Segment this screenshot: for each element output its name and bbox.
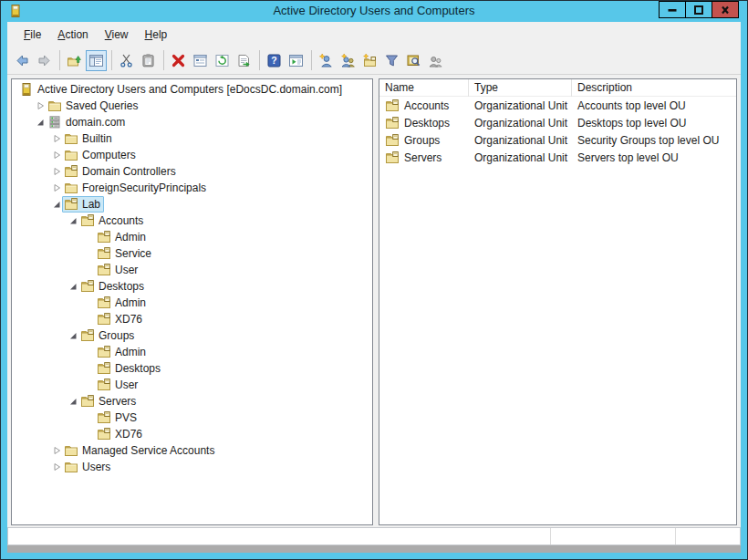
show-console-tree-button[interactable] [86,50,107,71]
tree-item-body[interactable]: Groups [78,327,138,344]
tree-item-label: Desktops [115,362,161,375]
delete-button[interactable] [168,50,189,71]
expand-arrow-icon[interactable] [50,445,62,456]
new-user-button[interactable] [316,50,337,71]
collapse-arrow-icon[interactable] [67,281,78,292]
list-row-groups[interactable]: GroupsOrganizational UnitSecurity Groups… [379,131,736,149]
tree-item-body[interactable]: domain.com [46,114,129,130]
collapse-arrow-icon[interactable] [67,215,78,226]
expand-arrow-icon[interactable] [50,182,62,193]
help-button[interactable]: ? [264,50,285,71]
tree-item-domain-com[interactable]: domain.com [12,114,372,130]
tree-item-user[interactable]: User [12,262,372,278]
tree-item-body[interactable]: Domain Controllers [62,163,180,180]
find-button[interactable] [403,50,424,71]
tree-item-user[interactable]: User [12,377,372,393]
tree-item-body[interactable]: User [95,377,141,393]
back-arrow-button[interactable] [12,50,33,71]
tree-item-admin[interactable]: Admin [12,295,372,311]
menu-help[interactable]: Help [137,26,176,44]
filter-button[interactable] [381,50,402,71]
tree-item-body[interactable]: Admin [95,295,150,311]
tree-item-body[interactable]: Servers [78,393,140,410]
cell-description: Security Groups top level OU [572,134,736,147]
maximize-button[interactable] [685,1,712,18]
tree-item-body[interactable]: Admin [95,229,150,245]
tree-item-managed-service-accounts[interactable]: Managed Service Accounts [12,442,372,459]
results-list-pane[interactable]: NameTypeDescription AccountsOrganization… [379,78,737,525]
tree-item-body[interactable]: PVS [95,410,140,426]
menu-action[interactable]: Action [49,26,96,44]
tree-item-groups[interactable]: Groups [12,327,372,344]
tree-item-body[interactable]: ForeignSecurityPrincipals [62,180,210,196]
expand-arrow-icon[interactable] [50,461,62,472]
tree-item-lab[interactable]: Lab [12,196,372,213]
tree-item-active-directory-users-and-computers-edocsdc-domain-com[interactable]: Active Directory Users and Computers [eD… [12,81,372,98]
tree-item-desktops[interactable]: Desktops [12,278,372,295]
console-tree-pane[interactable]: Active Directory Users and Computers [eD… [11,78,373,525]
new-group-button[interactable] [338,50,358,71]
close-button[interactable] [712,1,739,18]
expand-arrow-icon[interactable] [50,133,62,144]
tree-item-body[interactable]: XD76 [95,426,146,442]
list-row-accounts[interactable]: AccountsOrganizational UnitAccounts top … [379,97,736,114]
expand-arrow-icon[interactable] [34,100,46,111]
tree-item-body[interactable]: Desktops [78,278,148,295]
tree-item-pvs[interactable]: PVS [12,410,372,426]
collapse-arrow-icon[interactable] [34,117,46,128]
tree-item-foreignsecurityprincipals[interactable]: ForeignSecurityPrincipals [12,180,372,196]
expand-arrow-icon[interactable] [50,150,62,161]
up-one-level-button[interactable] [64,50,85,71]
tree-item-body[interactable]: Active Directory Users and Computers [eD… [17,81,346,98]
tree-item-body[interactable]: User [95,262,141,278]
tree-item-computers[interactable]: Computers [12,147,372,163]
special-permissions-button[interactable] [425,50,446,71]
tree-item-admin[interactable]: Admin [12,344,372,360]
column-header-type[interactable]: Type [469,79,572,97]
tree-item-xd76[interactable]: XD76 [12,311,372,327]
column-header-name[interactable]: Name [379,79,469,97]
tree-item-body[interactable]: XD76 [95,311,146,327]
tree-item-desktops[interactable]: Desktops [12,360,372,377]
menu-view[interactable]: View [97,26,137,44]
tree-item-body[interactable]: Saved Queries [46,98,141,114]
collapse-arrow-icon[interactable] [50,199,62,210]
tree-selected-item[interactable]: Lab [62,196,104,213]
tree-item-accounts[interactable]: Accounts [12,213,372,229]
tree-item-xd76[interactable]: XD76 [12,426,372,442]
menu-file[interactable]: File [16,26,49,44]
paste-button[interactable] [138,50,159,71]
tree-item-users[interactable]: Users [12,459,372,475]
tree-item-body[interactable]: Managed Service Accounts [62,442,218,459]
forward-arrow-button[interactable] [34,50,55,71]
column-header-description[interactable]: Description [572,79,736,97]
export-list-button[interactable] [234,50,255,71]
tree-item-service[interactable]: Service [12,245,372,262]
tree-item-label: XD76 [115,313,142,326]
tree-item-body[interactable]: Users [62,459,114,475]
refresh-button[interactable] [212,50,233,71]
expand-arrow-icon[interactable] [50,166,62,177]
show-action-pane-button[interactable] [286,50,306,71]
tree-item-admin[interactable]: Admin [12,229,372,245]
list-row-desktops[interactable]: DesktopsOrganizational UnitDesktops top … [379,114,736,131]
cell-name: Accounts [379,99,469,113]
cut-button[interactable] [116,50,137,71]
properties-button[interactable] [190,50,211,71]
tree-item-body[interactable]: Admin [95,344,150,360]
tree-item-body[interactable]: Accounts [78,213,147,229]
tree-item-body[interactable]: Service [95,245,155,262]
tree-item-body[interactable]: Computers [62,147,140,163]
minimize-button[interactable] [659,1,686,18]
collapse-arrow-icon[interactable] [67,330,78,341]
new-ou-button[interactable] [359,50,380,71]
list-row-servers[interactable]: ServersOrganizational UnitServers top le… [379,149,736,166]
tree-item-body[interactable]: Desktops [95,360,164,377]
tree-item-servers[interactable]: Servers [12,393,372,410]
tree-item-saved-queries[interactable]: Saved Queries [12,98,372,114]
tree-item-body[interactable]: Builtin [62,130,116,147]
name-text: Accounts [404,99,449,112]
tree-item-builtin[interactable]: Builtin [12,130,372,147]
tree-item-domain-controllers[interactable]: Domain Controllers [12,163,372,180]
collapse-arrow-icon[interactable] [67,396,78,407]
